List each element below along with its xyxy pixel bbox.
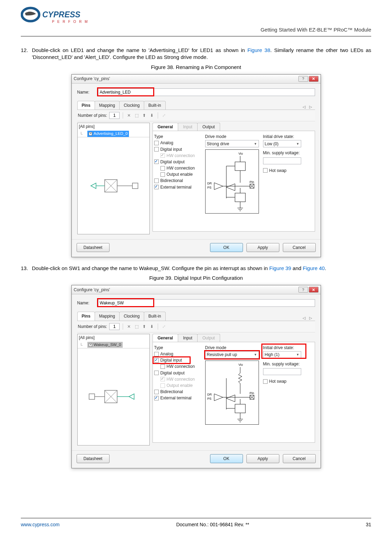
inner-tab-input[interactable]: Input bbox=[178, 334, 198, 342]
down-icon[interactable]: ⬇ bbox=[149, 113, 155, 118]
figure-38: Configure 'cy_pins' ? ✕ Name: Pins bbox=[21, 74, 371, 257]
titlebar: Configure 'cy_pins' ? ✕ bbox=[72, 285, 321, 294]
svg-rect-12 bbox=[235, 162, 245, 171]
text: Double-click on SW1 and change the name … bbox=[32, 265, 269, 271]
tree-item[interactable]: Advertising_LED_0 bbox=[87, 131, 129, 137]
delete-icon[interactable]: ✕ bbox=[126, 113, 132, 118]
lbl-output-enable: Output enable bbox=[167, 172, 193, 177]
tree-all-pins[interactable]: [All pins] bbox=[78, 334, 149, 341]
help-icon: ? bbox=[302, 76, 304, 81]
lbl-hw-conn-out: HW connection bbox=[167, 165, 195, 171]
chk-digital-input[interactable] bbox=[154, 358, 159, 363]
doc-title: Getting Started With EZ-BLE™ PRoC™ Modul… bbox=[261, 27, 371, 33]
chk-ext-terminal[interactable] bbox=[154, 396, 159, 400]
step-number: 12. bbox=[21, 47, 32, 61]
figure-link[interactable]: Figure 40 bbox=[303, 265, 325, 271]
close-icon: ✕ bbox=[312, 76, 315, 81]
up-icon[interactable]: ⬆ bbox=[141, 324, 147, 329]
tab-clocking[interactable]: Clocking bbox=[119, 312, 144, 320]
chk-hotswap[interactable] bbox=[263, 379, 268, 384]
tree-all-pins[interactable]: [All pins] bbox=[78, 123, 149, 130]
chk-digital-input[interactable] bbox=[154, 147, 159, 151]
up-icon[interactable]: ⬆ bbox=[141, 113, 147, 118]
ok-button[interactable]: OK bbox=[210, 454, 243, 463]
chk-bidirectional[interactable] bbox=[154, 179, 159, 183]
expand-icon[interactable]: ⤢ bbox=[161, 113, 167, 118]
chk-bidirectional[interactable] bbox=[154, 390, 159, 394]
drive-label: Drive mode bbox=[205, 134, 259, 139]
tree-icon[interactable]: ⬚ bbox=[134, 324, 139, 329]
drive-mode-combo[interactable]: Resistive pull up▼ bbox=[205, 351, 259, 358]
ok-button[interactable]: OK bbox=[210, 243, 243, 252]
figure-link[interactable]: Figure 39 bbox=[269, 265, 291, 271]
cypress-logo-icon: CYPRESS P E R F O R M bbox=[21, 6, 90, 28]
chk-hw-conn-in[interactable] bbox=[160, 364, 165, 369]
name-input[interactable] bbox=[98, 299, 315, 307]
numpins-input[interactable] bbox=[109, 323, 120, 330]
chk-analog[interactable] bbox=[154, 352, 159, 356]
chk-hotswap[interactable] bbox=[263, 168, 268, 173]
cancel-button[interactable]: Cancel bbox=[283, 454, 316, 463]
datasheet-button[interactable]: Datasheet bbox=[77, 243, 110, 252]
apply-button[interactable]: Apply bbox=[246, 454, 279, 463]
tab-pins[interactable]: Pins bbox=[77, 312, 95, 320]
expand-icon[interactable]: ⤢ bbox=[161, 324, 167, 329]
text: . bbox=[325, 265, 326, 271]
cancel-button[interactable]: Cancel bbox=[283, 243, 316, 252]
inner-tab-output: Output bbox=[197, 334, 220, 342]
name-label: Name: bbox=[77, 300, 95, 306]
min-voltage-input[interactable] bbox=[263, 157, 301, 164]
step-body: Double-click on SW1 and change the name … bbox=[32, 265, 371, 272]
numpins-input[interactable] bbox=[109, 112, 120, 119]
tree-icon[interactable]: ⬚ bbox=[134, 113, 139, 118]
initial-state-combo[interactable]: Low (0)▼ bbox=[263, 140, 301, 147]
chevron-down-icon: ▼ bbox=[296, 353, 299, 357]
tab-pins[interactable]: Pins bbox=[77, 101, 95, 110]
tab-builtin[interactable]: Built-in bbox=[144, 312, 166, 320]
dialog-title: Configure 'cy_pins' bbox=[74, 76, 110, 82]
close-button[interactable]: ✕ bbox=[309, 287, 319, 293]
chk-analog[interactable] bbox=[154, 141, 159, 145]
tab-mapping[interactable]: Mapping bbox=[95, 312, 120, 320]
down-icon[interactable]: ⬇ bbox=[149, 324, 155, 329]
inner-tab-general[interactable]: General bbox=[153, 123, 178, 131]
tab-clocking[interactable]: Clocking bbox=[119, 101, 144, 110]
footer-url[interactable]: www.cypress.com bbox=[21, 522, 60, 527]
help-button[interactable]: ? bbox=[298, 287, 308, 293]
lbl-digital-input: Digital input bbox=[160, 147, 182, 152]
pin-box-icon bbox=[89, 132, 92, 136]
name-label: Name: bbox=[77, 89, 95, 95]
lbl-ext-terminal: External terminal bbox=[160, 184, 192, 190]
chk-output-enable[interactable] bbox=[160, 172, 165, 177]
chk-digital-output[interactable] bbox=[154, 159, 159, 164]
tree-item[interactable]: Wakeup_SW_0 bbox=[87, 342, 122, 348]
tab-nav-arrows[interactable]: ◁ ▷ bbox=[303, 315, 315, 321]
inner-tab-general[interactable]: General bbox=[153, 334, 178, 342]
pin-box-icon bbox=[89, 343, 92, 347]
inner-tab-output[interactable]: Output bbox=[197, 123, 220, 131]
footer-doc-no: Document No.: 001-96841 Rev. ** bbox=[176, 522, 249, 527]
delete-icon[interactable]: ✕ bbox=[126, 324, 132, 329]
initial-state-combo[interactable]: High (1)▼ bbox=[263, 351, 301, 358]
help-button[interactable]: ? bbox=[298, 76, 308, 82]
apply-button[interactable]: Apply bbox=[246, 243, 279, 252]
min-voltage-input[interactable] bbox=[263, 368, 301, 375]
inner-tab-input: Input bbox=[178, 123, 198, 131]
state-label: Initial drive state: bbox=[263, 134, 313, 139]
chk-digital-output[interactable] bbox=[154, 371, 159, 375]
lbl-output-enable: Output enable bbox=[167, 383, 193, 388]
figure-link[interactable]: Figure 38 bbox=[247, 47, 270, 53]
tab-builtin[interactable]: Built-in bbox=[144, 101, 166, 110]
svg-text:Pin: Pin bbox=[250, 391, 254, 395]
name-input[interactable] bbox=[98, 88, 315, 96]
drive-mode-combo[interactable]: Strong drive▼ bbox=[205, 140, 259, 147]
tab-nav-arrows[interactable]: ◁ ▷ bbox=[303, 104, 315, 110]
tree-item-label: Wakeup_SW_0 bbox=[94, 342, 121, 348]
configure-dialog: Configure 'cy_pins' ? ✕ Name: Pins bbox=[71, 285, 321, 468]
chk-ext-terminal[interactable] bbox=[154, 185, 159, 189]
datasheet-button[interactable]: Datasheet bbox=[77, 454, 110, 463]
chk-hw-conn-out[interactable] bbox=[160, 166, 165, 171]
titlebar: Configure 'cy_pins' ? ✕ bbox=[72, 75, 321, 84]
tab-mapping[interactable]: Mapping bbox=[95, 101, 120, 110]
close-button[interactable]: ✕ bbox=[309, 76, 319, 82]
